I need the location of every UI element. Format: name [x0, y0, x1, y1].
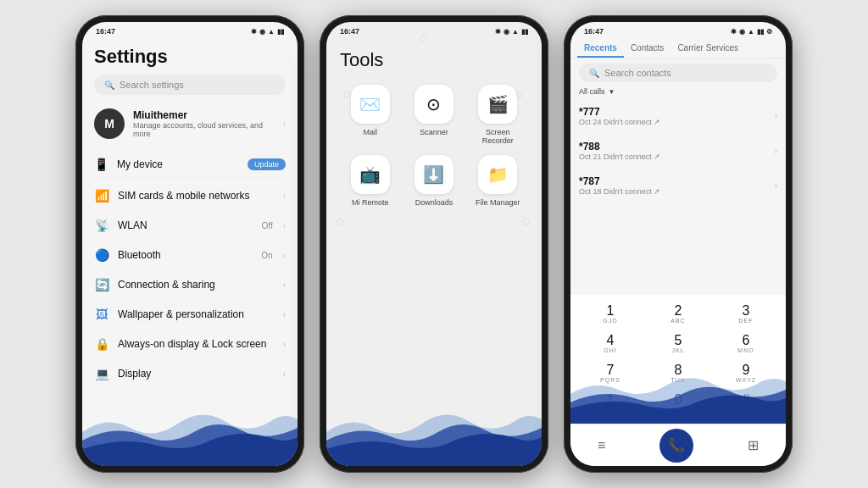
- status-icons-3: ✱ ◉ ▲ ▮▮ ⚙: [731, 28, 772, 36]
- dial-key-star[interactable]: *: [577, 389, 643, 417]
- connection-chevron: ›: [283, 280, 286, 290]
- status-bar-1: 16:47 ✱ ◉ ▲ ▮▮: [82, 22, 298, 37]
- all-calls-dropdown-icon: ▼: [609, 88, 615, 96]
- display-chevron: ›: [283, 369, 286, 379]
- phone-settings: 16:47 ✱ ◉ ▲ ▮▮ Settings 🔍 Search setting…: [75, 15, 304, 473]
- time-2: 16:47: [340, 27, 359, 36]
- dial-key-hash[interactable]: #: [713, 389, 779, 417]
- dial-key-9[interactable]: 9 WXYZ: [713, 359, 779, 387]
- sim-item[interactable]: 📶 SIM cards & mobile networks ›: [94, 181, 286, 211]
- wifi-icon-2: ◉: [504, 28, 509, 36]
- device-icon: 📱: [94, 158, 108, 171]
- wlan-chevron: ›: [283, 221, 286, 230]
- call-item-788[interactable]: *788 Oct 21 Didn't connect ↗ ›: [570, 134, 786, 169]
- tool-file-manager[interactable]: 📁 File Manager: [471, 155, 525, 207]
- profile-row[interactable]: M Miuithemer Manage accounts, cloud serv…: [94, 103, 286, 147]
- battery-icon-2: ▮▮: [521, 28, 528, 36]
- search-icon: 🔍: [104, 80, 114, 90]
- dial-key-1[interactable]: 1 GJO: [577, 300, 643, 328]
- call-date-777: Oct 24 Didn't connect ↗: [579, 118, 775, 126]
- deco-star-2: ⬠: [343, 90, 351, 99]
- signal-icon-3: ▲: [748, 28, 754, 36]
- wlan-icon: 📡: [94, 219, 109, 232]
- dial-num-6: 6: [743, 334, 750, 347]
- phone-dialer: 16:47 ✱ ◉ ▲ ▮▮ ⚙ Recents Contacts Carrie…: [564, 15, 793, 473]
- battery-icon-3: ▮▮: [757, 28, 764, 36]
- tab-contacts[interactable]: Contacts: [624, 39, 670, 58]
- menu-icon[interactable]: ≡: [598, 438, 605, 453]
- wallpaper-item[interactable]: 🖼 Wallpaper & personalization ›: [94, 300, 286, 330]
- call-chevron-787: ›: [775, 181, 777, 191]
- lock-icon: 🔒: [94, 337, 109, 351]
- tool-downloads[interactable]: ⬇️ Downloads: [407, 155, 460, 207]
- contacts-search-bar[interactable]: 🔍 Search contacts: [579, 64, 777, 82]
- bottom-nav: ≡ 📞 ⊞: [570, 424, 786, 466]
- device-row[interactable]: 📱 My device Update: [94, 152, 286, 178]
- signal-icon-2: ▲: [512, 28, 519, 36]
- update-badge[interactable]: Update: [248, 158, 286, 170]
- dial-letters-4: GHI: [604, 347, 616, 353]
- wallpaper-icon: 🖼: [94, 308, 109, 321]
- dial-key-7[interactable]: 7 PQRS: [577, 359, 643, 387]
- tool-scanner[interactable]: ⊙ Scanner: [407, 85, 460, 145]
- tools-content: ⬠ ⬠ ⬠ ⬠ ⬠ Tools ✉️ Mail ⊙ Scanner 🎬: [326, 37, 542, 466]
- tool-mail[interactable]: ✉️ Mail: [343, 85, 397, 145]
- dial-letters-2: ABC: [670, 318, 685, 324]
- settings-search-bar[interactable]: 🔍 Search settings: [94, 75, 286, 95]
- dial-letters-3: DEF: [739, 318, 754, 324]
- tools-title: Tools: [340, 49, 528, 71]
- dial-num-1: 1: [607, 304, 615, 318]
- lock-item[interactable]: 🔒 Always-on display & Lock screen ›: [94, 330, 286, 359]
- connection-label: Connection & sharing: [118, 279, 275, 291]
- sim-icon: 📶: [94, 189, 109, 202]
- profile-info: Miuithemer Manage accounts, cloud servic…: [133, 109, 275, 138]
- dial-num-7: 7: [607, 363, 615, 377]
- bluetooth-label: Bluetooth: [118, 249, 253, 261]
- status-icons-2: ✱ ◉ ▲ ▮▮: [495, 28, 528, 36]
- device-label: My device: [117, 158, 239, 170]
- dial-num-9: 9: [743, 363, 750, 377]
- grid-icon[interactable]: ⊞: [748, 437, 759, 453]
- dial-key-6[interactable]: 6 MNO: [713, 330, 779, 358]
- wallpaper-label: Wallpaper & personalization: [118, 308, 275, 320]
- tool-mi-remote[interactable]: 📺 Mi Remote: [343, 155, 397, 207]
- dial-key-5[interactable]: 5 JKL: [645, 330, 711, 358]
- call-chevron-788: ›: [775, 147, 777, 156]
- dial-key-0[interactable]: 0 +: [645, 389, 711, 417]
- display-label: Display: [118, 368, 275, 380]
- search-placeholder: Search settings: [120, 80, 184, 90]
- dial-key-8[interactable]: 8 TUV: [645, 359, 711, 387]
- call-item-777[interactable]: *777 Oct 24 Didn't connect ↗ ›: [570, 99, 786, 134]
- dial-letters-6: MNO: [737, 347, 754, 353]
- call-info-788: *788 Oct 21 Didn't connect ↗: [579, 141, 775, 161]
- call-phone-icon: 📞: [668, 437, 685, 453]
- dial-letters-5: JKL: [671, 347, 684, 353]
- dial-num-star: *: [608, 393, 613, 407]
- wlan-item[interactable]: 📡 WLAN Off ›: [94, 211, 286, 241]
- connection-icon: 🔄: [94, 278, 109, 291]
- chevron-icon: ›: [283, 119, 286, 129]
- downloads-label: Downloads: [415, 198, 453, 207]
- call-button[interactable]: 📞: [659, 429, 693, 463]
- dial-num-3: 3: [743, 304, 750, 318]
- tab-carrier-services[interactable]: Carrier Services: [670, 39, 745, 58]
- avatar: M: [94, 108, 125, 139]
- bluetooth-item[interactable]: 🔵 Bluetooth On ›: [94, 241, 286, 270]
- dial-key-3[interactable]: 3 DEF: [713, 300, 779, 328]
- contacts-search-icon: 🔍: [589, 69, 599, 78]
- dial-key-4[interactable]: 4 GHI: [577, 330, 643, 358]
- call-item-787[interactable]: *787 Oct 18 Didn't connect ↗ ›: [570, 169, 786, 203]
- call-date-788: Oct 21 Didn't connect ↗: [579, 152, 775, 161]
- wlan-value: Off: [262, 221, 273, 230]
- display-item[interactable]: 💻 Display ›: [94, 359, 286, 389]
- connection-item[interactable]: 🔄 Connection & sharing ›: [94, 270, 286, 300]
- call-chevron-777: ›: [775, 112, 777, 121]
- dial-key-2[interactable]: 2 ABC: [645, 300, 711, 328]
- tab-recents[interactable]: Recents: [577, 39, 624, 58]
- dial-letters-0: +: [676, 407, 680, 413]
- lock-chevron: ›: [283, 340, 286, 349]
- time-1: 16:47: [96, 27, 115, 36]
- dial-num-0: 0: [675, 393, 682, 407]
- dial-row-4: * 0 + #: [577, 389, 779, 417]
- signal-icon: ▲: [268, 28, 275, 36]
